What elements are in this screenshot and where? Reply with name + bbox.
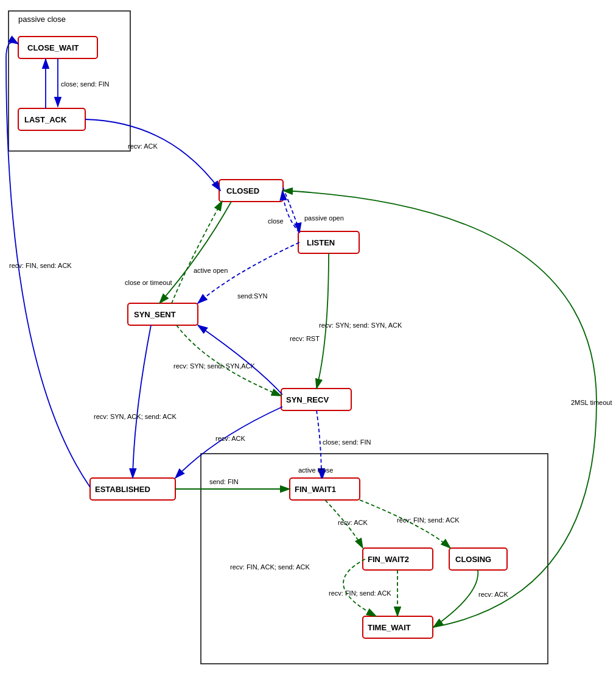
edge-label-recv-ack-1: recv: ACK xyxy=(128,142,158,150)
edge-syn-sent-to-syn-recv xyxy=(177,325,281,396)
edge-label-recv-ack-2: recv: ACK xyxy=(215,435,246,442)
edge-syn-sent-to-closed-timeout xyxy=(172,201,222,303)
state-syn-sent-label: SYN_SENT xyxy=(134,310,176,319)
edge-label-close-send-fin: close; send: FIN xyxy=(61,80,110,88)
state-established-label: ESTABLISHED xyxy=(95,485,150,494)
edge-closed-to-listen-passive xyxy=(283,188,299,233)
edge-label-recv-syn-ack-send-ack: recv: SYN, ACK; send: ACK xyxy=(94,413,177,420)
edge-label-recv-fin-send-ack-2: recv: FIN; send: ACK xyxy=(397,516,460,524)
edge-label-send-syn: send:SYN xyxy=(237,292,268,300)
state-closed-label: CLOSED xyxy=(226,186,259,195)
edge-label-recv-ack-4: recv: ACK xyxy=(478,591,509,598)
edge-label-passive-open: passive open xyxy=(304,214,344,222)
edge-fin-wait1-to-closing xyxy=(360,500,450,548)
edge-syn-recv-to-syn-sent xyxy=(198,325,282,395)
edge-label-active-open: active open xyxy=(194,267,228,274)
state-time-wait-label: TIME_WAIT xyxy=(368,623,411,632)
state-listen-label: LISTEN xyxy=(307,238,335,247)
edge-label-recv-syn-send-syn-ack-1: recv: SYN; send: SYN, ACK xyxy=(319,322,402,329)
edge-label-close-1: close xyxy=(268,217,284,225)
tcp-state-diagram: passive close CLOSE_WAIT LAST_ACK CLOSED… xyxy=(0,0,616,679)
edge-closing-to-time-wait xyxy=(433,570,478,627)
edge-label-close-or-timeout: close or timeout xyxy=(125,279,172,286)
edge-label-send-fin: send: FIN xyxy=(209,478,239,485)
state-close-wait-label: CLOSE_WAIT xyxy=(27,43,79,52)
edge-label-recv-fin-send-ack: recv: FIN, send: ACK xyxy=(9,262,72,269)
active-close-label: active close xyxy=(298,466,333,474)
edge-label-recv-syn-send-syn-ack-2: recv: SYN; send: SYN,ACK xyxy=(173,362,256,370)
edge-label-2msl-timeout: 2MSL timeout xyxy=(571,399,612,406)
edge-label-recv-rst: recv: RST xyxy=(290,335,320,342)
state-last-ack-label: LAST_ACK xyxy=(24,115,67,124)
state-fin-wait2-label: FIN_WAIT2 xyxy=(368,555,409,564)
edge-label-recv-fin-send-ack-3: recv: FIN; send: ACK xyxy=(329,589,391,597)
passive-close-label: passive close xyxy=(18,15,66,24)
edge-label-close-send-fin-2: close; send: FIN xyxy=(323,438,371,446)
edge-label-recv-ack-3: recv: ACK xyxy=(338,519,368,526)
state-closing-label: CLOSING xyxy=(455,555,491,564)
edge-syn-recv-to-established xyxy=(175,407,282,478)
edge-listen-to-closed-close xyxy=(282,191,299,233)
edge-label-recv-fin-ack-send-ack: recv: FIN, ACK; send: ACK xyxy=(230,563,310,571)
state-syn-recv-label: SYN_RECV xyxy=(286,395,329,404)
edge-last-ack-to-closed xyxy=(85,119,220,191)
edge-syn-sent-to-established xyxy=(133,325,151,478)
edge-listen-to-syn-recv xyxy=(317,253,329,389)
state-fin-wait1-label: FIN_WAIT1 xyxy=(295,485,336,494)
